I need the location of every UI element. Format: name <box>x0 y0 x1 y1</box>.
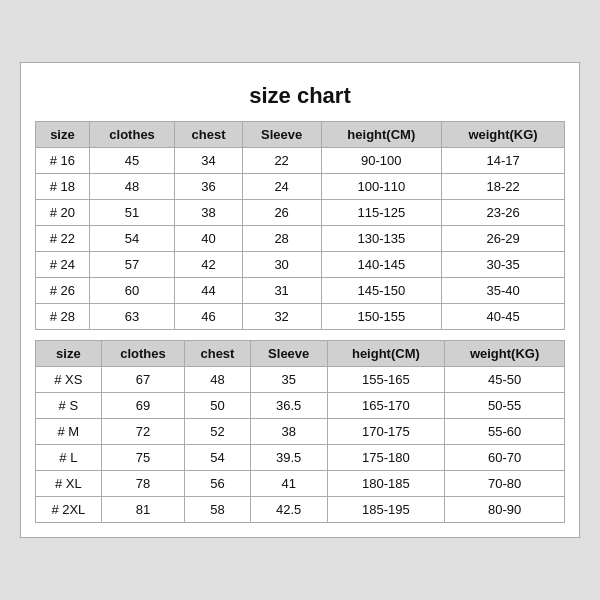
table-row: # 1645342290-10014-17 <box>36 148 565 174</box>
table-cell: 38 <box>175 200 242 226</box>
table-row: # M725238170-17555-60 <box>36 419 565 445</box>
table-cell: # 18 <box>36 174 90 200</box>
table2-header-cell: chest <box>185 341 251 367</box>
table-cell: 46 <box>175 304 242 330</box>
table-cell: 44 <box>175 278 242 304</box>
table-cell: 42 <box>175 252 242 278</box>
table-cell: 35 <box>250 367 327 393</box>
table-cell: 39.5 <box>250 445 327 471</box>
table1-header-cell: height(CM) <box>321 122 442 148</box>
table-cell: 28 <box>242 226 321 252</box>
table-cell: # 2XL <box>36 497 102 523</box>
table-cell: 40-45 <box>442 304 565 330</box>
table-cell: 72 <box>101 419 184 445</box>
table-cell: 80-90 <box>445 497 565 523</box>
table-cell: 50-55 <box>445 393 565 419</box>
table-cell: 70-80 <box>445 471 565 497</box>
table-cell: 81 <box>101 497 184 523</box>
table-cell: 78 <box>101 471 184 497</box>
table-cell: 140-145 <box>321 252 442 278</box>
table-cell: 150-155 <box>321 304 442 330</box>
table-cell: # 22 <box>36 226 90 252</box>
table-cell: 52 <box>185 419 251 445</box>
table-cell: 23-26 <box>442 200 565 226</box>
table-row: # 2XL815842.5185-19580-90 <box>36 497 565 523</box>
table-cell: 38 <box>250 419 327 445</box>
table2-header-row: sizeclotheschestSleeveheight(CM)weight(K… <box>36 341 565 367</box>
table-row: # S695036.5165-17050-55 <box>36 393 565 419</box>
table-cell: 115-125 <box>321 200 442 226</box>
table-cell: 60 <box>89 278 175 304</box>
table-cell: 36.5 <box>250 393 327 419</box>
table2-header-cell: size <box>36 341 102 367</box>
table-cell: # 26 <box>36 278 90 304</box>
table2-header-cell: weight(KG) <box>445 341 565 367</box>
table-row: # 18483624100-11018-22 <box>36 174 565 200</box>
chart-title: size chart <box>35 73 565 121</box>
table-cell: 41 <box>250 471 327 497</box>
size-chart-card: size chart sizeclotheschestSleeveheight(… <box>20 62 580 538</box>
table-cell: # L <box>36 445 102 471</box>
table-cell: 130-135 <box>321 226 442 252</box>
table-cell: 48 <box>185 367 251 393</box>
table2-body: # XS674835155-16545-50# S695036.5165-170… <box>36 367 565 523</box>
table-row: # XL785641180-18570-80 <box>36 471 565 497</box>
table-cell: 60-70 <box>445 445 565 471</box>
table1-header-cell: chest <box>175 122 242 148</box>
table1-header-cell: Sleeve <box>242 122 321 148</box>
table-cell: 145-150 <box>321 278 442 304</box>
table-cell: 185-195 <box>327 497 445 523</box>
table-cell: 40 <box>175 226 242 252</box>
table-cell: 50 <box>185 393 251 419</box>
table1-header-cell: weight(KG) <box>442 122 565 148</box>
table-cell: 58 <box>185 497 251 523</box>
table-row: # 22544028130-13526-29 <box>36 226 565 252</box>
table-cell: 63 <box>89 304 175 330</box>
table-cell: 36 <box>175 174 242 200</box>
table-cell: 57 <box>89 252 175 278</box>
table1-header-row: sizeclotheschestSleeveheight(CM)weight(K… <box>36 122 565 148</box>
table-cell: # XS <box>36 367 102 393</box>
table-cell: 56 <box>185 471 251 497</box>
table-row: # 26604431145-15035-40 <box>36 278 565 304</box>
table2-header-cell: Sleeve <box>250 341 327 367</box>
table-cell: 26 <box>242 200 321 226</box>
table-row: # L755439.5175-18060-70 <box>36 445 565 471</box>
table-cell: # 20 <box>36 200 90 226</box>
table-cell: # S <box>36 393 102 419</box>
size-table-2: sizeclotheschestSleeveheight(CM)weight(K… <box>35 340 565 523</box>
table-cell: 155-165 <box>327 367 445 393</box>
table-cell: 45-50 <box>445 367 565 393</box>
table-cell: 31 <box>242 278 321 304</box>
table-cell: 51 <box>89 200 175 226</box>
table1-header-cell: clothes <box>89 122 175 148</box>
table-cell: # 16 <box>36 148 90 174</box>
table2-header-cell: height(CM) <box>327 341 445 367</box>
table-row: # XS674835155-16545-50 <box>36 367 565 393</box>
table-cell: 165-170 <box>327 393 445 419</box>
table-cell: 54 <box>89 226 175 252</box>
table-row: # 28634632150-15540-45 <box>36 304 565 330</box>
table-cell: 30-35 <box>442 252 565 278</box>
table-row: # 20513826115-12523-26 <box>36 200 565 226</box>
table-cell: 35-40 <box>442 278 565 304</box>
table-cell: 48 <box>89 174 175 200</box>
table-cell: 32 <box>242 304 321 330</box>
table-row: # 24574230140-14530-35 <box>36 252 565 278</box>
table-cell: 100-110 <box>321 174 442 200</box>
table-cell: 175-180 <box>327 445 445 471</box>
table-cell: # XL <box>36 471 102 497</box>
table-cell: 26-29 <box>442 226 565 252</box>
table-cell: 24 <box>242 174 321 200</box>
table-cell: 42.5 <box>250 497 327 523</box>
table-cell: 67 <box>101 367 184 393</box>
table-cell: # 28 <box>36 304 90 330</box>
table-cell: 180-185 <box>327 471 445 497</box>
table-cell: 170-175 <box>327 419 445 445</box>
table1-body: # 1645342290-10014-17# 18483624100-11018… <box>36 148 565 330</box>
table-cell: 45 <box>89 148 175 174</box>
table-cell: 69 <box>101 393 184 419</box>
table2-header-cell: clothes <box>101 341 184 367</box>
table-cell: 30 <box>242 252 321 278</box>
table-cell: 55-60 <box>445 419 565 445</box>
